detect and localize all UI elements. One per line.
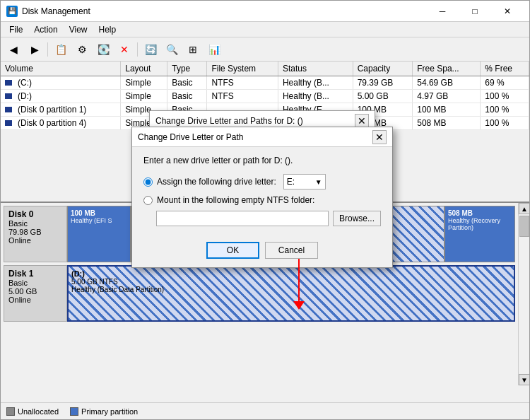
cell-type-1: Basic: [167, 90, 207, 103]
dialog-inner-ok[interactable]: OK: [206, 242, 259, 259]
col-type[interactable]: Type: [167, 62, 207, 76]
cell-capacity-0: 79.39 GB: [353, 76, 413, 90]
drive-letter-value: E:: [287, 177, 295, 187]
scroll-up-arrow[interactable]: ▲: [519, 203, 529, 214]
toolbar-forward[interactable]: ▶: [25, 40, 45, 59]
disk0-type: Basic: [8, 219, 28, 228]
disk0-part-recovery[interactable]: 508 MB Healthy (Recovery Partition): [444, 206, 515, 262]
maximize-button[interactable]: □: [459, 1, 491, 22]
disk1-part-d-status: Healthy (Basic Data Partition): [71, 286, 511, 293]
arrow-indicator: [293, 259, 305, 310]
col-volume[interactable]: Volume: [1, 62, 121, 76]
menu-view[interactable]: View: [64, 23, 93, 36]
legend-unallocated-label: Unallocated: [18, 407, 59, 416]
disk0-part-efi[interactable]: 100 MB Healthy (EFI S: [67, 206, 131, 262]
radio-mount[interactable]: [143, 196, 153, 205]
toolbar-disk[interactable]: 💽: [93, 40, 113, 59]
col-fs[interactable]: File System: [207, 62, 278, 76]
dialog-inner-title-text: Change Drive Letter or Path: [138, 132, 243, 142]
radio-assign[interactable]: [143, 177, 153, 187]
disk1-size: 5.00 GB: [8, 287, 37, 296]
disk1-type: Basic: [8, 279, 28, 287]
dialog-inner: Change Drive Letter or Path ✕ Enter a ne…: [131, 127, 393, 268]
legend-unallocated-box: [6, 407, 15, 416]
drive-letter-combo[interactable]: E: ▼: [283, 174, 326, 189]
combo-arrow-icon: ▼: [315, 178, 322, 186]
disk0-label: Disk 0 Basic 79.98 GB Online: [4, 206, 67, 262]
toolbar-back[interactable]: ◀: [4, 40, 23, 59]
minimize-button[interactable]: ─: [426, 1, 459, 22]
title-bar: 💾 Disk Management ─ □ ✕: [1, 1, 529, 22]
disk-view-scrollbar[interactable]: ▲ ▼: [518, 203, 529, 385]
table-row[interactable]: (D:) Simple Basic NTFS Healthy (B... 5.0…: [1, 90, 529, 103]
toolbar-chart[interactable]: 📊: [204, 40, 224, 59]
toolbar-settings[interactable]: ⚙: [72, 40, 92, 59]
dialog-description: Enter a new drive letter or path for D: …: [143, 156, 381, 165]
dialog-inner-body: Enter a new drive letter or path for D: …: [132, 147, 392, 235]
cell-pct-2: 100 %: [481, 103, 529, 117]
disk1-row: Disk 1 Basic 5.00 GB Online (D:) 5.00 GB…: [4, 265, 515, 322]
col-capacity[interactable]: Capacity: [353, 62, 413, 76]
dialog-inner-cancel[interactable]: Cancel: [265, 242, 318, 259]
col-free[interactable]: Free Spa...: [413, 62, 481, 76]
cell-volume-1: (D:): [1, 90, 121, 103]
window-title: Disk Management: [22, 6, 90, 16]
radio-assign-label[interactable]: Assign the following drive letter:: [157, 177, 276, 187]
radio-row-2: Mount in the following empty NTFS folder…: [143, 195, 381, 205]
toolbar-refresh[interactable]: 🔄: [141, 40, 160, 59]
menu-action[interactable]: Action: [28, 23, 63, 36]
cell-pct-0: 69 %: [481, 76, 529, 90]
dialog-inner-close[interactable]: ✕: [372, 130, 387, 144]
cell-capacity-1: 5.00 GB: [353, 90, 413, 103]
dialog-inner-title-bar: Change Drive Letter or Path ✕: [132, 127, 392, 147]
app-icon: 💾: [6, 6, 18, 17]
dialog-outer-title: Change Drive Letter and Paths for D: (): [155, 116, 303, 126]
scroll-down-arrow[interactable]: ▼: [519, 374, 529, 385]
cell-free-1: 4.97 GB: [413, 90, 481, 103]
menu-bar: File Action View Help: [1, 22, 529, 37]
toolbar: ◀ ▶ 📋 ⚙ 💽 ✕ 🔄 🔍 ⊞ 📊: [1, 37, 529, 62]
legend-unallocated: Unallocated: [6, 407, 59, 416]
toolbar-delete[interactable]: ✕: [114, 40, 134, 59]
cell-status-1: Healthy (B...: [278, 90, 353, 103]
col-status[interactable]: Status: [278, 62, 353, 76]
toolbar-layout[interactable]: ⊞: [183, 40, 203, 59]
cell-pct-1: 100 %: [481, 90, 529, 103]
disk0-size: 79.98 GB: [8, 228, 41, 236]
dialog-inner-buttons: OK Cancel: [132, 235, 392, 267]
cell-layout-1: Simple: [121, 90, 167, 103]
table-row[interactable]: (C:) Simple Basic NTFS Healthy (B... 79.…: [1, 76, 529, 90]
cell-free-2: 100 MB: [413, 103, 481, 117]
cell-fs-0: NTFS: [207, 76, 278, 90]
col-layout[interactable]: Layout: [121, 62, 167, 76]
menu-file[interactable]: File: [4, 23, 28, 36]
col-pct[interactable]: % Free: [481, 62, 529, 76]
toolbar-separator-2: [137, 42, 138, 57]
browse-button[interactable]: Browse...: [333, 211, 381, 226]
toolbar-search[interactable]: 🔍: [162, 40, 182, 59]
menu-help[interactable]: Help: [93, 23, 122, 36]
cell-free-3: 508 MB: [413, 117, 481, 130]
close-button[interactable]: ✕: [491, 1, 524, 22]
toolbar-properties[interactable]: 📋: [51, 40, 71, 59]
disk0-part-recovery-size: 508 MB: [448, 209, 512, 217]
disk0-part-recovery-label: Healthy (Recovery Partition): [448, 217, 512, 231]
radio-row-1: Assign the following drive letter: E: ▼: [143, 174, 381, 189]
legend-primary-box: [70, 407, 78, 416]
title-bar-left: 💾 Disk Management: [6, 6, 90, 17]
disk0-part-efi-size: 100 MB: [71, 209, 127, 217]
main-window: 💾 Disk Management ─ □ ✕ File Action View…: [0, 0, 530, 420]
scroll-thumb[interactable]: [519, 216, 529, 237]
disk0-name: Disk 0: [8, 209, 62, 219]
disk1-label: Disk 1 Basic 5.00 GB Online: [4, 265, 67, 322]
folder-path-row: Browse...: [156, 211, 381, 226]
disk1-status: Online: [8, 296, 31, 304]
dialog-outer-close[interactable]: ✕: [355, 114, 369, 128]
cell-free-0: 54.69 GB: [413, 76, 481, 90]
disk1-part-d[interactable]: (D:) 5.00 GB NTFS Healthy (Basic Data Pa…: [67, 265, 515, 322]
arrow-head: [293, 301, 305, 310]
toolbar-separator-1: [47, 42, 48, 57]
folder-path-input[interactable]: [156, 211, 329, 226]
disk0-part-efi-label: Healthy (EFI S: [71, 217, 127, 224]
radio-mount-label[interactable]: Mount in the following empty NTFS folder…: [157, 195, 314, 205]
